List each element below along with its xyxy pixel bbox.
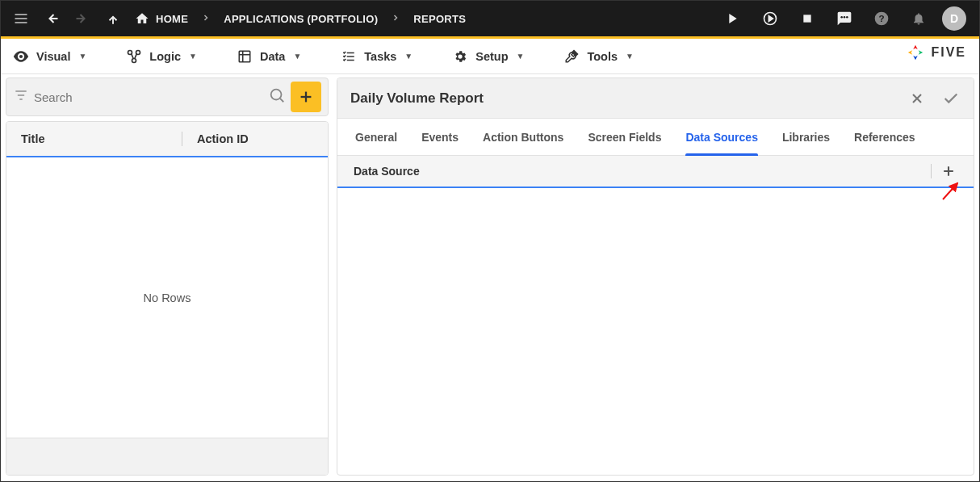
- sub-header-label: Data Source: [354, 165, 420, 178]
- breadcrumb-reports[interactable]: REPORTS: [413, 13, 466, 25]
- check-icon[interactable]: [941, 89, 961, 108]
- svg-point-11: [844, 16, 846, 18]
- breadcrumb-applications[interactable]: APPLICATIONS (PORTFOLIO): [224, 13, 378, 25]
- content-area: Title Action ID No Rows Daily Volume Rep…: [1, 74, 979, 479]
- svg-text:?: ?: [878, 13, 884, 23]
- stop-icon[interactable]: [794, 5, 821, 32]
- back-icon[interactable]: [38, 5, 65, 32]
- avatar[interactable]: D: [942, 6, 966, 31]
- chat-icon[interactable]: [831, 5, 858, 32]
- sub-header: Data Source: [337, 156, 974, 188]
- svg-marker-8: [769, 16, 773, 22]
- right-pane: Daily Volume Report General Events Actio…: [337, 78, 974, 476]
- tab-screen-fields[interactable]: Screen Fields: [588, 119, 661, 155]
- menubar: Visual▼ Logic▼ Data▼ Tasks▼ Setup▼ Tools…: [1, 39, 979, 74]
- tools-icon: [563, 48, 580, 65]
- list-card: Title Action ID No Rows: [6, 121, 329, 476]
- svg-marker-27: [914, 56, 919, 61]
- eye-icon: [12, 48, 30, 65]
- menu-setup[interactable]: Setup▼: [448, 44, 527, 69]
- tab-general[interactable]: General: [355, 119, 397, 155]
- col-title[interactable]: Title: [6, 132, 182, 145]
- filter-icon[interactable]: [13, 87, 29, 107]
- add-data-source-button[interactable]: [940, 162, 957, 180]
- menu-icon[interactable]: [7, 5, 35, 32]
- left-pane: Title Action ID No Rows: [6, 78, 329, 476]
- menu-tasks[interactable]: Tasks▼: [337, 44, 416, 69]
- search-icon[interactable]: [268, 86, 286, 107]
- svg-marker-6: [729, 14, 736, 23]
- debug-icon[interactable]: [756, 5, 784, 32]
- menu-visual[interactable]: Visual▼: [9, 44, 90, 69]
- svg-line-41: [943, 183, 957, 199]
- help-icon[interactable]: ?: [868, 5, 895, 32]
- tabs: General Events Action Buttons Screen Fie…: [337, 119, 974, 156]
- list-footer: [6, 438, 328, 475]
- svg-point-12: [846, 16, 848, 18]
- svg-rect-9: [803, 15, 810, 22]
- logic-icon: [125, 48, 143, 65]
- search-input[interactable]: [34, 90, 263, 104]
- up-icon[interactable]: [99, 5, 127, 32]
- brand-logo: FIVE: [907, 44, 966, 61]
- gear-icon: [451, 48, 469, 65]
- forward-icon: [69, 5, 96, 32]
- search-bar: [6, 78, 329, 116]
- tab-data-sources[interactable]: Data Sources: [685, 119, 757, 155]
- svg-point-15: [19, 54, 23, 57]
- home-icon[interactable]: [135, 11, 149, 26]
- play-icon[interactable]: [719, 5, 747, 32]
- close-icon[interactable]: [907, 89, 927, 108]
- right-header: Daily Volume Report: [337, 78, 974, 119]
- menu-logic[interactable]: Logic▼: [122, 44, 200, 69]
- page-title: Daily Volume Report: [350, 90, 484, 107]
- menu-tools[interactable]: Tools▼: [559, 44, 637, 69]
- svg-point-32: [271, 90, 282, 100]
- chevron-right-icon: [384, 13, 407, 25]
- svg-marker-28: [908, 50, 913, 55]
- checklist-icon: [340, 48, 358, 65]
- list-header: Title Action ID: [6, 122, 328, 157]
- col-action-id[interactable]: Action ID: [182, 132, 328, 145]
- menu-data[interactable]: Data▼: [232, 44, 304, 69]
- table-icon: [236, 48, 253, 65]
- topbar: HOME APPLICATIONS (PORTFOLIO) REPORTS ?: [1, 1, 979, 39]
- svg-point-10: [840, 16, 843, 18]
- svg-line-33: [280, 98, 283, 102]
- tab-libraries[interactable]: Libraries: [782, 119, 830, 155]
- svg-rect-19: [239, 51, 250, 62]
- bell-icon[interactable]: [905, 5, 932, 32]
- list-empty-state: No Rows: [6, 157, 328, 438]
- tab-action-buttons[interactable]: Action Buttons: [483, 119, 563, 155]
- tab-references[interactable]: References: [854, 119, 915, 155]
- annotation-arrow: [940, 178, 964, 203]
- breadcrumb-home[interactable]: HOME: [156, 13, 188, 25]
- add-item-button[interactable]: [291, 82, 321, 112]
- svg-point-18: [132, 58, 136, 62]
- tab-events[interactable]: Events: [421, 119, 459, 155]
- svg-marker-25: [914, 45, 919, 50]
- svg-marker-26: [919, 50, 923, 55]
- chevron-right-icon: [195, 13, 217, 25]
